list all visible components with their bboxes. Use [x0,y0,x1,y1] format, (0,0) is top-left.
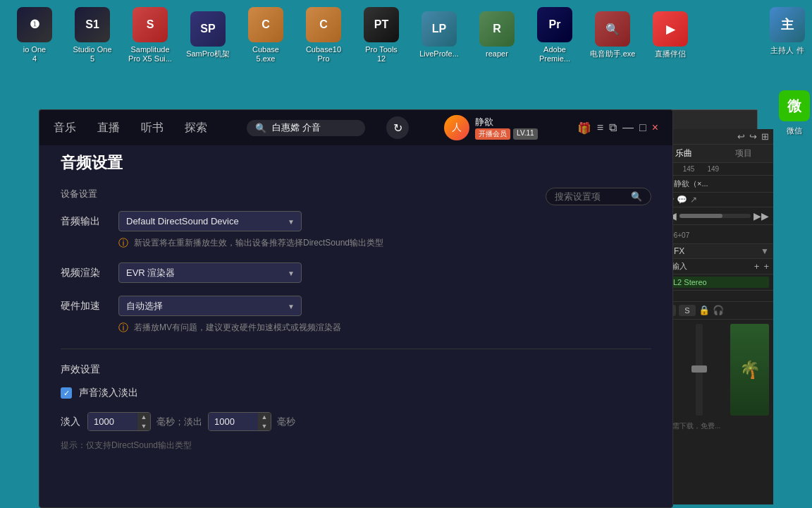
audio-output-hint: 新设置将在重新播放生效，输出设备推荐选择DirectSound输出类型 [134,237,383,249]
daw-grid-icon[interactable]: ⊞ [761,131,769,142]
wechat-icon: 微 [779,90,810,121]
lock-icon[interactable]: 🔒 [699,305,710,316]
pip-icon[interactable]: ⧉ [609,121,617,134]
fade-in-up-button[interactable]: ▲ [137,413,150,422]
app-icon-zhibo[interactable]: ▶ 直播伴侣 [643,8,698,61]
maximize-button[interactable]: □ [639,121,646,134]
hw-accel-label: 硬件加速 [61,300,110,313]
audio-output-select[interactable]: Default DirectSound DeviceWASAPIASIO [118,211,302,231]
insert-name: L2 Stereo [673,278,707,286]
app-icon-reaper[interactable]: R reaper [469,8,524,61]
video-render-label: 视频渲染 [61,267,110,279]
nav-explore[interactable]: 探索 [185,121,207,135]
hw-accel-hint: 若播放MV有问题，建议更改硬件加速模式或视频渲染器 [134,322,341,334]
app-icon-studio-one-4[interactable]: ❶ io One 4 [7,4,62,66]
daw-share-icon[interactable]: ↗ [690,195,697,205]
mix-fx-title: Mix FX [658,246,761,256]
sound-section-label: 声效设置 [61,363,651,376]
refresh-button[interactable]: ↻ [386,116,409,139]
user-avatar[interactable]: 人 [444,115,469,140]
insert-row[interactable]: ⏻ L2 Stereo [658,277,769,288]
fade-unit2: 毫秒 [277,416,295,428]
fade-unit1: 毫秒；淡出 [156,416,202,428]
badge-vip: 开播会员 [475,128,510,140]
nav-search-box[interactable]: 🔍 [247,120,365,136]
fade-in-label: 淡入 [61,416,82,428]
search-input[interactable] [272,123,357,133]
audio-output-select-wrapper: Default DirectSound DeviceWASAPIASIO [118,211,302,231]
window-controls: 🎁 ≡ ⧉ — □ × [577,121,658,135]
nav-listen[interactable]: 听书 [141,121,164,135]
solo-button[interactable]: S [679,305,695,316]
tab-xiangmu[interactable]: 项目 [714,145,774,162]
user-name: 静欲 [475,116,537,128]
daw-redo-icon[interactable]: ↪ [749,131,757,142]
add-input2-icon[interactable]: + [763,261,769,272]
badge-level: LV.11 [513,128,537,140]
settings-divider [61,349,651,349]
album-thumbnail: 🌴 [730,324,769,416]
fade-in-input[interactable] [88,413,137,430]
music-app-window: 音乐 直播 听书 探索 🔍 ↻ 人 静欲 开播会员 LV.11 [39,109,673,508]
fade-in-input-wrapper: ▲ ▼ [87,412,151,431]
settings-title: 音频设置 [61,152,651,174]
settings-search-input[interactable] [555,191,625,202]
footer-hint: 提示：仅支持DirectSound输出类型 [61,440,651,452]
settings-search-box[interactable]: 🔍 [546,188,651,205]
fade-out-input[interactable] [209,413,258,430]
video-render-row: 视频渲染 EVR 渲染器DirectShowOpenGL [61,262,651,283]
fade-in-down-button[interactable]: ▼ [137,422,150,431]
music-nav: 音乐 直播 听书 探索 🔍 ↻ 人 静欲 开播会员 LV.11 [39,110,672,145]
ruler-pos3: 149 [707,165,719,173]
search-icon: 🔍 [255,123,266,133]
fade-out-input-wrapper: ▲ ▼ [208,412,271,431]
app-icon-sampro[interactable]: SP SamPro机架 [180,8,235,61]
zhuchiren-icon: 主 [770,7,805,42]
add-input-icon[interactable]: + [754,261,760,272]
fade-out-up-button[interactable]: ▲ [258,413,271,422]
daw-undo-icon[interactable]: ↩ [737,131,745,142]
audio-output-label: 音频输出 [61,215,110,228]
mix-fx-dropdown-icon[interactable]: ▼ [761,246,769,256]
app-icon-studio-one-5[interactable]: S1 Studio One 5 [65,4,120,66]
ruler-pos2: 145 [683,165,695,173]
close-button[interactable]: × [652,121,658,134]
fade-out-down-button[interactable]: ▼ [258,422,271,431]
minimize-button[interactable]: — [622,121,634,134]
menu-icon[interactable]: ≡ [597,121,603,134]
fade-in-stepper: ▲ ▼ [137,413,150,430]
app-icon-cubase10[interactable]: C Cubase10 Pro [296,4,351,66]
desktop: ❶ io One 4 S1 Studio One 5 S Samplitude … [0,0,812,508]
app-icon-cubase5[interactable]: C Cubase 5.exe [238,4,293,66]
zhuchiren-label: 主持人 件 [770,45,804,56]
headphone-icon[interactable]: 🎧 [713,305,724,316]
nav-live[interactable]: 直播 [97,121,120,135]
user-badges: 开播会员 LV.11 [475,128,537,140]
app-icon-protools[interactable]: PT Pro Tools 12 [354,4,409,66]
zhuchiren-app-icon[interactable]: 主 主持人 件 [770,7,805,56]
hint-icon: ⓘ [118,237,128,250]
gift-icon[interactable]: 🎁 [577,121,591,135]
video-render-select[interactable]: EVR 渲染器DirectShowOpenGL [118,262,302,283]
video-render-select-wrapper: EVR 渲染器DirectShowOpenGL [118,262,302,283]
fade-checkbox-row: 声音淡入淡出 [61,387,651,399]
app-icon-dianyin[interactable]: 🔍 电音助手.exe [585,8,640,61]
user-area: 人 静欲 开播会员 LV.11 [444,115,537,140]
taskbar: ❶ io One 4 S1 Studio One 5 S Samplitude … [0,0,812,71]
hw-accel-hint-row: ⓘ 若播放MV有问题，建议更改硬件加速模式或视频渲染器 [61,322,651,334]
next-icon[interactable]: ▶▶ [753,210,769,222]
input-label: 输入 [672,261,687,272]
app-icon-samplitude[interactable]: S Samplitude Pro X5 Sui... [123,4,178,66]
settings-search-icon: 🔍 [631,191,642,202]
fader-knob[interactable] [691,365,707,373]
daw-comment-icon[interactable]: 💬 [677,195,687,205]
nav-music[interactable]: 音乐 [54,121,76,135]
fade-checkbox[interactable] [61,387,72,399]
hw-hint-icon: ⓘ [118,322,128,334]
fade-in-out-row: 淡入 ▲ ▼ 毫秒；淡出 ▲ ▼ 毫秒 [61,412,651,431]
hw-accel-select[interactable]: 自动选择开启关闭 [118,296,302,316]
audio-output-hint-row: ⓘ 新设置将在重新播放生效，输出设备推荐选择DirectSound输出类型 [61,237,651,250]
wechat-area[interactable]: 微 微信 [777,85,812,142]
app-icon-livepro[interactable]: LP LiveProfe... [412,8,467,61]
app-icon-premiere[interactable]: Pr Adobe Premie... [527,4,582,66]
